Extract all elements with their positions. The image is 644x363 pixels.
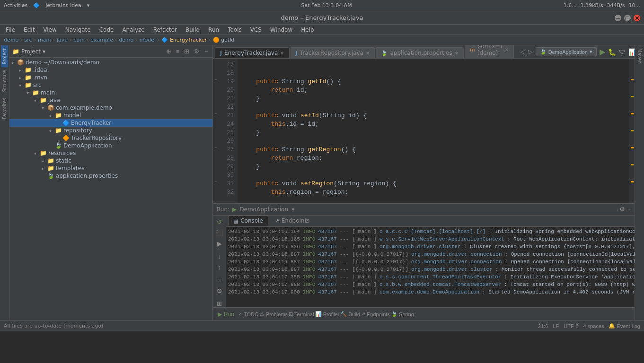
left-tab-project[interactable]: Project [1, 45, 8, 67]
profiler-tab[interactable]: 📊 Profiler [315, 311, 340, 317]
maximize-button[interactable]: □ [624, 15, 631, 21]
line-separator-button[interactable]: LF [553, 323, 559, 329]
tree-item-app-properties[interactable]: 🍃 application.properties [9, 172, 212, 180]
breadcrumb-method[interactable]: 🟠 getId [213, 37, 235, 43]
run-bottom-tab[interactable]: ▶ Run [215, 311, 237, 318]
debug-button[interactable]: 🐛 [608, 48, 616, 56]
filter-button[interactable]: ≡ [216, 276, 223, 285]
tree-arrow-idea[interactable]: ▸ [19, 68, 25, 73]
menu-tools[interactable]: Tools [224, 26, 246, 34]
rerun-button[interactable]: ↺ [215, 217, 224, 226]
app-name[interactable]: jetbrains-idea [45, 2, 81, 9]
right-tab-maven[interactable]: Maven [636, 45, 643, 67]
terminal-tab[interactable]: ⊞ Terminal [289, 311, 314, 317]
tab-trackerrepo[interactable]: J TrackerRepository.java ✕ [291, 47, 375, 58]
left-tab-favorites[interactable]: Favorites [1, 95, 8, 122]
tree-item-repository[interactable]: ▾ 📁 repository [9, 127, 212, 134]
tab-close-energytracker[interactable]: ✕ [280, 51, 284, 56]
left-tab-structure[interactable]: Structure [1, 67, 8, 95]
tab-close-app-properties[interactable]: ✕ [455, 51, 459, 56]
tree-arrow-resources[interactable]: ▾ [34, 151, 40, 156]
tree-item-idea[interactable]: ▸ 📁 .idea [9, 66, 212, 74]
endpoints-tab[interactable]: ↗ Endpoints [270, 216, 315, 225]
breadcrumb-model[interactable]: model [140, 37, 156, 43]
breadcrumb-java[interactable]: java [57, 37, 68, 43]
tree-arrow-model[interactable]: ▾ [49, 113, 55, 118]
scroll-to-end[interactable]: ↓ [216, 252, 223, 261]
tab-app-properties[interactable]: 🍃 application.properties ✕ [376, 47, 464, 58]
tab-pom[interactable]: m pom.xml (demo) ✕ [465, 45, 514, 58]
tree-arrow-package[interactable]: ▾ [42, 105, 47, 111]
close-button[interactable]: ✕ [634, 15, 640, 21]
run-panel-minimize[interactable]: − [627, 206, 631, 213]
tree-item-mvn[interactable]: ▸ 📁 .mvn [9, 74, 212, 81]
breadcrumb-demo[interactable]: demo [4, 37, 18, 43]
resume-button[interactable]: ▶ [215, 239, 224, 248]
dropdown-icon[interactable]: ▾ [43, 48, 45, 55]
tree-item-model[interactable]: ▾ 📁 model [9, 112, 212, 119]
tree-arrow-src[interactable]: ▾ [19, 83, 25, 88]
menu-analyze[interactable]: Analyze [118, 26, 148, 34]
charset-button[interactable]: UTF-8 [564, 323, 578, 329]
tree-arrow-demo[interactable]: ▾ [11, 60, 17, 65]
tree-arrow-java[interactable]: ▾ [34, 98, 40, 103]
tree-arrow-static[interactable]: ▸ [42, 158, 47, 164]
code-content[interactable]: public String getId() { return id; } pub… [238, 59, 629, 203]
collapse-marker-31[interactable]: − [213, 178, 219, 186]
coverage-button[interactable]: 🛡 [619, 48, 626, 56]
tab-energytracker[interactable]: J EnergyTracker.java ✕ [215, 47, 290, 58]
tree-item-src[interactable]: ▾ 📁 src [9, 81, 212, 89]
breadcrumb-src[interactable]: src [25, 37, 32, 43]
collapse-marker-19[interactable]: − [213, 76, 219, 84]
tree-arrow-main[interactable]: ▾ [26, 90, 32, 95]
event-log-button[interactable]: 🔔 Event Log [609, 323, 640, 329]
problems-tab[interactable]: ⚠ Problems [260, 311, 288, 317]
menu-file[interactable]: File [2, 26, 19, 34]
locate-file-button[interactable]: ⊕ [165, 47, 173, 55]
run-button[interactable]: ▶ [600, 47, 605, 56]
collapse-all-button[interactable]: ≡ [175, 47, 181, 55]
menu-navigate[interactable]: Navigate [62, 26, 95, 34]
scroll-up[interactable]: ↑ [216, 263, 223, 272]
breadcrumb-com[interactable]: com [73, 37, 85, 43]
stop-button[interactable]: ⬛ [214, 228, 225, 237]
close-panel-button[interactable]: − [203, 47, 210, 55]
breadcrumb-demo2[interactable]: demo [119, 37, 133, 43]
collapse-marker-27[interactable]: − [213, 144, 219, 152]
todo-tab[interactable]: ✓ TODO [238, 311, 259, 317]
tree-item-main[interactable]: ▾ 📁 main [9, 89, 212, 96]
breadcrumb-class[interactable]: 🔷 EnergyTracker [161, 37, 207, 43]
collapse-marker-23[interactable]: − [213, 110, 219, 118]
breadcrumb-main[interactable]: main [38, 37, 51, 43]
position-indicator[interactable]: 21:6 [538, 323, 548, 329]
expand-options-button[interactable]: ⊞ [183, 47, 191, 55]
menu-code[interactable]: Code [96, 26, 118, 34]
menu-vcs[interactable]: VCS [247, 26, 265, 34]
tree-item-demo[interactable]: ▾ 📦 demo ~/Downloads/demo [9, 59, 212, 66]
tab-close-trackerrepo[interactable]: ✕ [366, 51, 370, 56]
forward-button[interactable]: ▷ [528, 48, 533, 55]
tree-item-demoapplication[interactable]: 🍃 DemoApplication [9, 142, 212, 149]
minimize-button[interactable]: ─ [615, 15, 621, 21]
tree-arrow-templates[interactable]: ▸ [42, 166, 47, 171]
menu-edit[interactable]: Edit [20, 26, 38, 34]
endpoints-bottom-tab[interactable]: ↗ Endpoints [361, 311, 390, 317]
tree-item-templates[interactable]: ▸ 📁 templates [9, 164, 212, 172]
indent-button[interactable]: 4 spaces [583, 323, 604, 329]
tree-item-package[interactable]: ▾ 📦 com.example.demo [9, 104, 212, 112]
menu-view[interactable]: View [39, 26, 60, 34]
menu-build[interactable]: Build [182, 26, 203, 34]
back-button[interactable]: ◁ [520, 48, 525, 55]
tree-item-resources[interactable]: ▾ 📁 resources [9, 149, 212, 157]
spring-tab[interactable]: 🍃 Spring [391, 311, 414, 317]
menu-help[interactable]: Help [297, 26, 318, 34]
run-panel-close-tab[interactable]: ✕ [291, 207, 295, 212]
profiler-button[interactable]: 📊 [628, 48, 635, 56]
tab-close-pom[interactable]: ✕ [504, 47, 508, 52]
menu-refactor[interactable]: Refactor [150, 26, 181, 34]
build-tab[interactable]: 🔨 Build [340, 311, 360, 317]
menu-window[interactable]: Window [266, 26, 296, 34]
menu-run[interactable]: Run [204, 26, 223, 34]
settings-button[interactable]: ⚙ [193, 47, 201, 55]
tree-item-energytracker[interactable]: 🔷 EnergyTracker [9, 119, 212, 127]
